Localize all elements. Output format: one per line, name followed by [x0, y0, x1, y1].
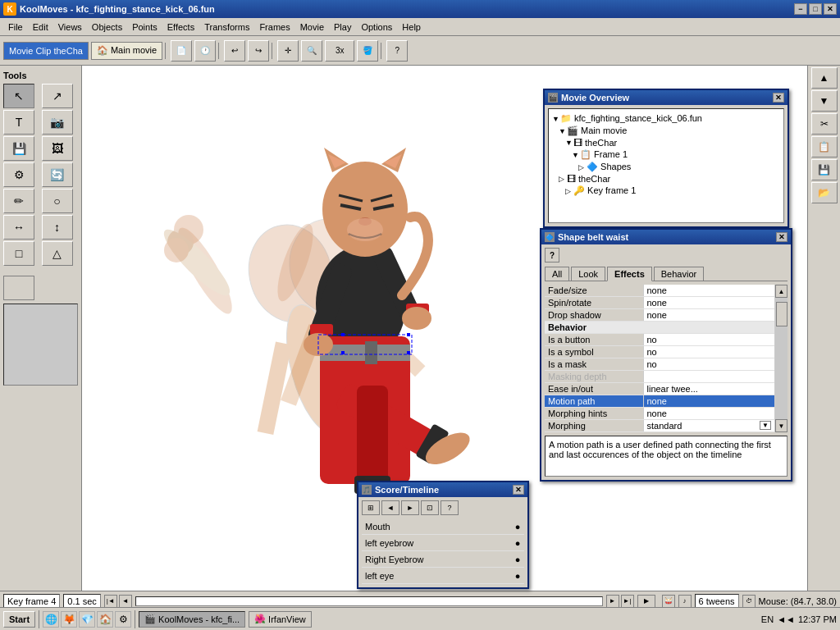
play-button[interactable]: ▶	[637, 595, 655, 608]
shape-belt-close[interactable]: ✕	[776, 232, 788, 242]
timeline-button[interactable]: 🕐	[194, 40, 216, 62]
score-row-mouth[interactable]: Mouth ●	[362, 518, 524, 535]
tool-select2[interactable]: ↗	[42, 84, 73, 108]
zoom-button[interactable]: 🔍	[301, 40, 322, 62]
main-movie-btn[interactable]: 🏠 Main movie	[91, 42, 162, 60]
prop-row-spin[interactable]: Spin/rotate none	[545, 297, 774, 309]
right-btn-2[interactable]: ▼	[811, 90, 838, 112]
menu-points[interactable]: Points	[127, 21, 162, 34]
tree-item-3[interactable]: ▼📋 Frame 1	[552, 148, 780, 161]
score-left-btn[interactable]: ◄	[381, 500, 399, 515]
tree-item-6[interactable]: ▷🔑 Key frame 1	[552, 185, 780, 197]
minimize-button[interactable]: −	[794, 3, 807, 15]
tool-arrow-h[interactable]: ↔	[3, 215, 34, 240]
tree-item-1[interactable]: ▼🎬 Main movie	[552, 125, 780, 137]
clip-selector[interactable]: Movie Clip theCha	[3, 42, 89, 60]
prop-row-ismask[interactable]: Is a mask no	[545, 358, 774, 371]
score-add-btn[interactable]: ⊞	[362, 500, 380, 515]
menu-objects[interactable]: Objects	[87, 21, 127, 34]
score-close[interactable]: ✕	[513, 485, 524, 495]
tool-camera[interactable]: 📷	[42, 110, 73, 135]
undo-button[interactable]: ↩	[224, 40, 245, 62]
menu-views[interactable]: Views	[53, 21, 87, 34]
scroll-up-button[interactable]: ▲	[775, 285, 788, 298]
right-btn-5[interactable]: 💾	[811, 159, 838, 180]
right-btn-6[interactable]: 📂	[811, 182, 838, 203]
tool-image[interactable]: 🖼	[42, 136, 73, 161]
tab-effects[interactable]: Effects	[607, 267, 652, 281]
menu-file[interactable]: File	[3, 21, 28, 34]
tweens-info-button[interactable]: ⏱	[742, 595, 756, 608]
taskbar-koolmoves[interactable]: 🎬 KoolMoves - kfc_fi...	[139, 611, 245, 628]
tab-look[interactable]: Look	[571, 267, 605, 281]
tool-arrow-v[interactable]: ↕	[42, 215, 73, 240]
right-btn-3[interactable]: ✂	[811, 113, 838, 135]
prop-row-morphhints[interactable]: Morphing hints none	[545, 408, 774, 420]
menu-help[interactable]: Help	[397, 21, 426, 34]
next-frame-button[interactable]: ►	[606, 595, 619, 608]
quicklaunch-5[interactable]: ⚙	[115, 611, 131, 628]
scroll-down-button[interactable]: ▼	[775, 419, 788, 432]
redo-button[interactable]: ↪	[248, 40, 269, 62]
prop-row-issymbol[interactable]: Is a symbol no	[545, 346, 774, 358]
zoom-level[interactable]: 3x	[325, 40, 354, 62]
quicklaunch-1[interactable]: 🌐	[43, 611, 59, 628]
maximize-button[interactable]: □	[809, 3, 822, 15]
tool-triangle[interactable]: △	[42, 241, 73, 266]
new-doc-button[interactable]: 📄	[171, 40, 192, 62]
menu-movie[interactable]: Movie	[295, 21, 329, 34]
close-button[interactable]: ✕	[824, 3, 837, 15]
go-start-button[interactable]: |◄	[104, 595, 117, 608]
right-btn-1[interactable]: ▲	[811, 67, 838, 89]
move-button[interactable]: ✛	[277, 40, 299, 62]
taskbar-irfanview[interactable]: 🌺 IrfanView	[249, 611, 312, 628]
score-expand-btn[interactable]: ⊡	[421, 500, 439, 515]
timeline-slider[interactable]	[135, 596, 603, 606]
menu-transforms[interactable]: Transforms	[199, 21, 254, 34]
right-btn-4[interactable]: 📋	[811, 136, 838, 158]
tab-all[interactable]: All	[545, 267, 569, 281]
score-right-btn[interactable]: ►	[401, 500, 419, 515]
tab-behavior[interactable]: Behavior	[654, 267, 704, 281]
apply-button[interactable]: 🪣	[357, 40, 378, 62]
tool-box[interactable]: □	[3, 241, 34, 266]
prop-row-fade[interactable]: Fade/size none	[545, 285, 774, 297]
prev-frame-button[interactable]: ◄	[119, 595, 132, 608]
color-picker[interactable]	[3, 276, 34, 300]
scroll-thumb[interactable]	[776, 302, 788, 326]
movie-overview-close[interactable]: ✕	[773, 93, 784, 103]
quicklaunch-2[interactable]: 🦊	[61, 611, 77, 628]
start-button[interactable]: Start	[3, 611, 35, 628]
menu-edit[interactable]: Edit	[28, 21, 53, 34]
quicklaunch-3[interactable]: 💎	[79, 611, 95, 628]
tool-text[interactable]: T	[3, 110, 34, 135]
prop-row-shadow[interactable]: Drop shadow none	[545, 309, 774, 322]
tool-save[interactable]: 💾	[3, 136, 34, 161]
score-row-right-eyebrow[interactable]: Right Eyebrow ●	[362, 551, 524, 568]
tree-item-2[interactable]: ▼🎞 theChar	[552, 137, 780, 148]
quicklaunch-4[interactable]: 🏠	[97, 611, 113, 628]
go-end-button[interactable]: ►|	[621, 595, 634, 608]
help-toolbar-button[interactable]: ?	[386, 40, 408, 62]
score-help-btn[interactable]: ?	[441, 500, 459, 515]
prop-row-morphing[interactable]: Morphing standard ▼	[545, 420, 774, 432]
menu-play[interactable]: Play	[329, 21, 356, 34]
menu-effects[interactable]: Effects	[162, 21, 199, 34]
score-row-left-eyebrow[interactable]: left eyebrow ●	[362, 535, 524, 551]
prop-row-ease[interactable]: Ease in/out linear twee...	[545, 383, 774, 395]
prop-row-motion[interactable]: Motion path none	[545, 395, 774, 408]
menu-frames[interactable]: Frames	[254, 21, 294, 34]
tree-item-4[interactable]: ▷🔷 Shapes	[552, 161, 780, 173]
shape-help-button[interactable]: ?	[545, 248, 559, 262]
tool-ellipse[interactable]: ○	[42, 189, 73, 213]
tool-pen[interactable]: ✏	[3, 189, 34, 213]
menu-options[interactable]: Options	[356, 21, 397, 34]
score-row-left-eye[interactable]: left eye ●	[362, 568, 524, 584]
score-btn-drums[interactable]: 🥁	[662, 595, 675, 608]
tree-item-0[interactable]: ▼📁 kfc_fighting_stance_kick_06.fun	[552, 112, 780, 125]
tool-gear[interactable]: ⚙	[3, 162, 34, 187]
prop-row-isbutton[interactable]: Is a button no	[545, 334, 774, 346]
score-btn-note[interactable]: ♪	[678, 595, 692, 608]
tool-select[interactable]: ↖	[3, 84, 34, 108]
tree-item-5[interactable]: ▷🎞 theChar	[552, 173, 780, 185]
